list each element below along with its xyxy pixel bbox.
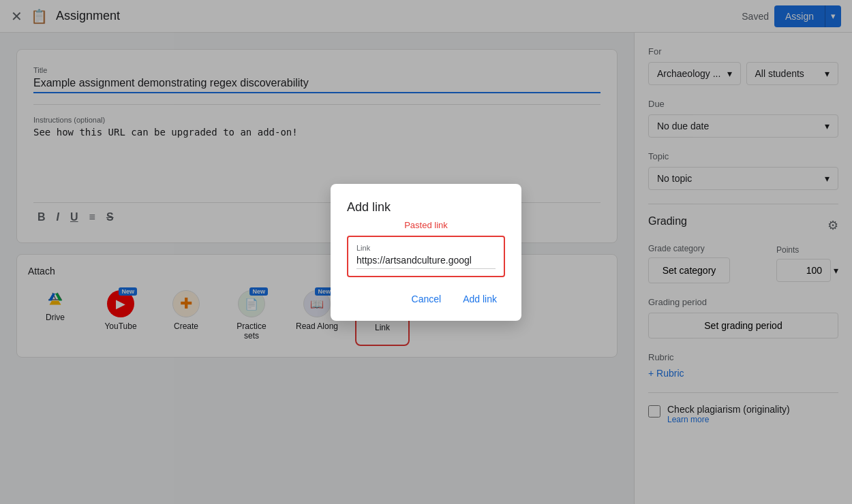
add-link-modal: Add link Pasted link Link https://artsan… [331,184,521,321]
cancel-button[interactable]: Cancel [404,288,450,310]
add-link-button[interactable]: Add link [455,288,505,310]
link-input-value: https://artsandculture.googl [356,255,496,269]
pasted-link-label: Pasted link [347,220,505,230]
link-input-label: Link [356,244,496,252]
modal-title: Add link [347,200,505,215]
modal-actions: Cancel Add link [347,288,505,310]
modal-overlay: Add link Pasted link Link https://artsan… [0,0,852,504]
link-input-wrap: Link https://artsandculture.googl [347,236,505,277]
